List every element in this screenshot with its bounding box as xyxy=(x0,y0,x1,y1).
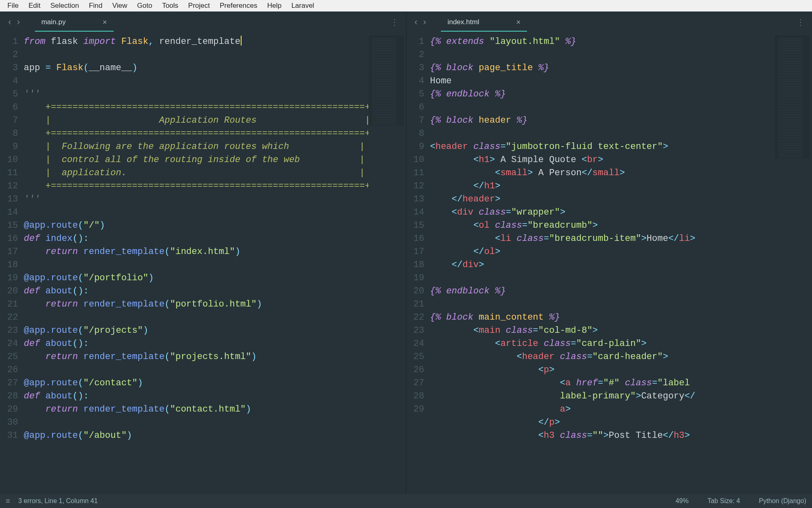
right-pane: ‹ › index.html × ⋮ 123456789101112131415… xyxy=(406,11,812,494)
menu-preferences[interactable]: Preferences xyxy=(215,1,262,11)
tab-index-html[interactable]: index.html × xyxy=(441,13,527,32)
status-bar: ≡ 3 errors, Line 1, Column 41 49% Tab Si… xyxy=(0,494,812,508)
tab-label: index.html xyxy=(447,18,479,26)
menu-view[interactable]: View xyxy=(107,1,132,11)
editor-right[interactable]: 1234567891011121314151617181920212223242… xyxy=(406,33,812,494)
menu-icon[interactable]: ≡ xyxy=(6,497,10,506)
close-icon[interactable]: × xyxy=(103,18,107,27)
menu-goto[interactable]: Goto xyxy=(132,1,157,11)
status-zoom[interactable]: 49% xyxy=(675,497,689,505)
tab-bar-right: ‹ › index.html × ⋮ xyxy=(406,11,812,33)
menu-project[interactable]: Project xyxy=(183,1,215,11)
menu-help[interactable]: Help xyxy=(262,1,286,11)
status-errors[interactable]: 3 errors, Line 1, Column 41 xyxy=(18,497,98,505)
menu-bar: FileEditSelectionFindViewGotoToolsProjec… xyxy=(0,0,812,11)
menu-tools[interactable]: Tools xyxy=(157,1,183,11)
nav-forward-icon[interactable]: › xyxy=(423,17,426,27)
code-right[interactable]: {% extends "layout.html" %} {% block pag… xyxy=(430,33,775,494)
tab-main-py[interactable]: main.py × xyxy=(35,13,114,32)
menu-edit[interactable]: Edit xyxy=(23,1,45,11)
menu-laravel[interactable]: Laravel xyxy=(286,1,319,11)
editor-panes: ‹ › main.py × ⋮ 123456789101112131415161… xyxy=(0,11,812,494)
nav-arrows-left: ‹ › xyxy=(3,17,25,27)
status-syntax[interactable]: Python (Django) xyxy=(759,497,806,505)
nav-arrows-right: ‹ › xyxy=(410,17,431,27)
minimap-left[interactable] xyxy=(369,35,404,126)
left-pane: ‹ › main.py × ⋮ 123456789101112131415161… xyxy=(0,11,406,494)
gutter-left: 1234567891011121314151617181920212223242… xyxy=(0,33,24,494)
code-left[interactable]: from flask import Flask, render_template… xyxy=(24,33,369,494)
close-icon[interactable]: × xyxy=(516,18,521,27)
status-tab-size[interactable]: Tab Size: 4 xyxy=(707,497,740,505)
minimap-right[interactable] xyxy=(775,35,810,158)
overflow-menu-icon[interactable]: ⋮ xyxy=(386,17,403,27)
menu-find[interactable]: Find xyxy=(84,1,107,11)
menu-file[interactable]: File xyxy=(2,1,23,11)
editor-left[interactable]: 1234567891011121314151617181920212223242… xyxy=(0,33,406,494)
overflow-menu-icon[interactable]: ⋮ xyxy=(792,17,809,27)
nav-forward-icon[interactable]: › xyxy=(17,17,20,27)
nav-back-icon[interactable]: ‹ xyxy=(415,17,417,27)
menu-selection[interactable]: Selection xyxy=(46,1,84,11)
tab-label: main.py xyxy=(41,18,66,26)
tab-bar-left: ‹ › main.py × ⋮ xyxy=(0,11,406,33)
gutter-right: 1234567891011121314151617181920212223242… xyxy=(406,33,430,494)
nav-back-icon[interactable]: ‹ xyxy=(8,17,11,27)
